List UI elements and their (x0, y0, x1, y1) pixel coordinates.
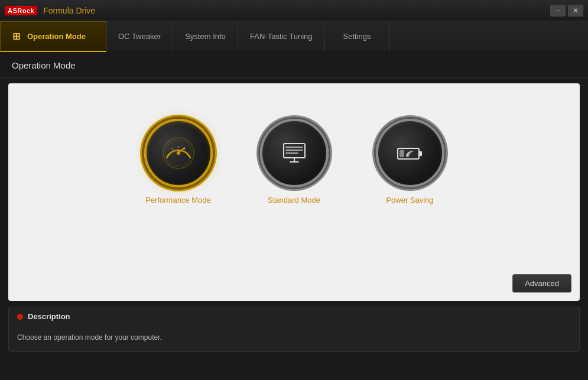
page-title: Operation Mode (12, 60, 76, 70)
description-dot-icon (17, 314, 23, 320)
tab-fan-tuning[interactable]: FAN-Tastic Tuning (238, 21, 325, 52)
power-saving-mode-item[interactable]: Power Saving (376, 119, 444, 204)
oc-tweaker-label: OC Tweaker (118, 32, 161, 41)
advanced-button[interactable]: Advanced (512, 274, 571, 293)
titlebar: ASRock Formula Drive – ✕ (0, 0, 588, 21)
tab-settings[interactable]: Settings (325, 21, 390, 52)
asrock-logo: ASRock (5, 6, 37, 15)
titlebar-left: ASRock Formula Drive (5, 6, 95, 15)
performance-mode-circle[interactable] (144, 119, 213, 187)
svg-rect-18 (399, 150, 404, 157)
power-saving-mode-label: Power Saving (386, 196, 433, 204)
svg-rect-17 (419, 151, 422, 156)
tab-operation-mode[interactable]: ⊞ Operation Mode (0, 21, 106, 52)
page-header: Operation Mode (0, 52, 588, 77)
monitor-icon (277, 136, 311, 170)
power-saving-mode-circle[interactable] (376, 119, 444, 187)
settings-label: Settings (343, 32, 371, 41)
nav-bar: ⊞ Operation Mode OC Tweaker System Info … (0, 21, 588, 52)
modes-container: Performance Mode Standard Mode (144, 107, 444, 216)
fan-tuning-label: FAN-Tastic Tuning (250, 32, 313, 41)
description-section: Description Choose an operation mode for… (8, 307, 580, 352)
standard-mode-label: Standard Mode (268, 196, 320, 204)
performance-mode-label: Performance Mode (145, 196, 211, 204)
system-info-label: System Info (185, 32, 226, 41)
description-text: Choose an operation mode for your comput… (9, 326, 579, 351)
close-button[interactable]: ✕ (568, 5, 583, 17)
app-title: Formula Drive (43, 6, 95, 15)
svg-line-3 (172, 148, 173, 150)
leaf-battery-icon (393, 136, 427, 170)
svg-point-8 (177, 151, 180, 155)
standard-mode-circle[interactable] (260, 119, 329, 187)
standard-mode-item[interactable]: Standard Mode (260, 119, 329, 204)
tab-system-info[interactable]: System Info (173, 21, 238, 52)
performance-mode-item[interactable]: Performance Mode (144, 119, 213, 204)
tab-oc-tweaker[interactable]: OC Tweaker (106, 21, 173, 52)
advanced-btn-wrap: Advanced (512, 274, 571, 293)
titlebar-controls: – ✕ (550, 5, 583, 17)
speedometer-icon (161, 135, 196, 171)
svg-rect-10 (284, 144, 305, 158)
grid-icon: ⊞ (12, 31, 20, 42)
description-header: Description (9, 307, 579, 326)
minimize-button[interactable]: – (550, 5, 566, 17)
description-title: Description (28, 312, 70, 321)
main-content: Performance Mode Standard Mode (8, 83, 580, 301)
active-tab-label: Operation Mode (27, 32, 86, 41)
